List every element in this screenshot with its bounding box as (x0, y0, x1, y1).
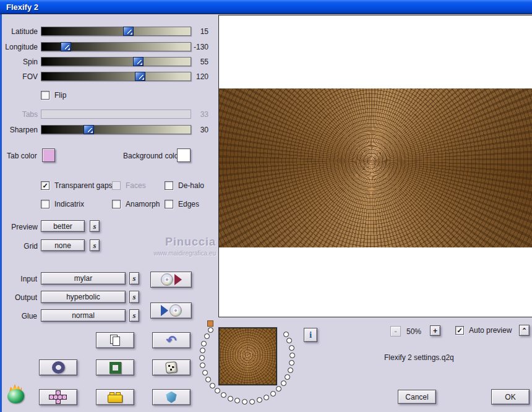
preview-cycle-button[interactable]: s (90, 220, 100, 232)
longitude-slider[interactable] (41, 42, 191, 51)
memory-dot[interactable] (202, 370, 208, 376)
zoom-in-button[interactable]: + (430, 325, 440, 336)
fov-slider[interactable] (41, 72, 191, 81)
tab-color-swatch[interactable] (42, 148, 55, 162)
auto-preview-checkbox-box[interactable]: ✓ (455, 326, 464, 335)
dice-icon (165, 361, 178, 374)
info-button[interactable]: i (304, 328, 317, 342)
memory-dot[interactable] (283, 332, 289, 337)
sharpen-slider[interactable] (41, 125, 191, 134)
cancel-button-label: Cancel (405, 393, 428, 401)
memory-dot[interactable] (257, 397, 262, 403)
preview-thumbnail[interactable] (218, 327, 277, 385)
memory-dot[interactable] (200, 348, 205, 353)
torus-mode-button[interactable] (39, 359, 77, 376)
input-cycle-button[interactable]: s (129, 272, 139, 285)
expand-button[interactable]: ^ (519, 325, 530, 336)
copy-pages-icon (110, 335, 121, 346)
tabs-label: Tabs (2, 110, 38, 119)
copy-settings-button[interactable] (96, 332, 134, 348)
ok-button[interactable]: OK (491, 389, 530, 405)
fov-slider-thumb[interactable] (135, 72, 145, 81)
memory-dot[interactable] (242, 399, 247, 405)
memory-dot[interactable] (285, 374, 290, 380)
grid-mode-label: Grid (2, 242, 38, 251)
grid-mode-dropdown[interactable]: none (41, 239, 85, 251)
watermark-name: Pinuccia (126, 236, 216, 249)
randomize-button[interactable] (152, 359, 191, 376)
glue-cycle-button[interactable]: s (129, 309, 139, 322)
memory-dot[interactable] (205, 377, 211, 382)
transparent-gaps-checkbox-box[interactable]: ✓ (41, 181, 49, 190)
memory-dot[interactable] (199, 355, 205, 361)
input-dropdown[interactable]: mylar (41, 272, 126, 285)
frame-mode-button[interactable] (96, 359, 134, 376)
grid-cycle-button[interactable]: s (90, 239, 100, 251)
longitude-slider-thumb[interactable] (61, 42, 71, 51)
memory-dot[interactable] (289, 360, 294, 366)
memory-dot[interactable] (221, 392, 226, 398)
undo-button[interactable]: ↶ (152, 332, 191, 348)
memory-dot[interactable] (228, 396, 233, 401)
flip-checkbox-box[interactable] (41, 91, 49, 100)
flexify-preview-image[interactable] (219, 88, 532, 247)
memory-dot[interactable] (288, 367, 293, 373)
sharpen-label: Sharpen (2, 126, 38, 134)
cube-net-button[interactable] (39, 389, 77, 405)
faces-checkbox: Faces (112, 181, 146, 190)
indicatrix-checkbox[interactable]: Indicatrix (41, 200, 84, 208)
flip-checkbox[interactable]: Flip (41, 91, 66, 100)
cube-net-icon (49, 390, 67, 404)
glue-dropdown[interactable]: normal (41, 309, 126, 322)
flip-checkbox-label: Flip (54, 91, 66, 100)
brick-mode-button[interactable] (96, 389, 134, 405)
memory-dot[interactable] (270, 391, 276, 397)
latitude-slider[interactable] (41, 27, 191, 36)
memory-dot[interactable] (286, 338, 292, 343)
memory-dot[interactable] (290, 353, 295, 358)
torus-icon (52, 361, 65, 374)
memory-dot[interactable] (264, 395, 269, 400)
latitude-slider-thumb[interactable] (123, 27, 134, 36)
output-value: hyperbolic (66, 293, 100, 301)
spin-slider[interactable] (41, 57, 191, 66)
indicatrix-checkbox-box[interactable] (41, 200, 49, 208)
input-value: mylar (74, 274, 92, 283)
minus-icon: - (395, 327, 397, 336)
memory-dot[interactable] (234, 398, 240, 403)
output-dropdown[interactable]: hyperbolic (41, 291, 126, 303)
background-color-swatch[interactable] (177, 148, 191, 162)
polyhedron-mode-button[interactable] (152, 389, 191, 405)
memory-dot[interactable] (276, 386, 281, 392)
flaming-pear-logo[interactable] (6, 384, 27, 404)
spin-slider-thumb[interactable] (133, 57, 144, 66)
anamorph-checkbox[interactable]: Anamorph (112, 200, 160, 208)
edges-checkbox[interactable]: Edges (165, 200, 199, 208)
title-bar[interactable]: Flexify 2 (0, 0, 532, 14)
preview-pane[interactable] (218, 15, 532, 317)
cancel-button[interactable]: Cancel (398, 390, 436, 404)
preview-mode-dropdown[interactable]: better (41, 220, 85, 232)
memory-dot[interactable] (200, 363, 205, 368)
memory-dot[interactable] (210, 383, 215, 388)
memory-dot[interactable] (215, 388, 220, 393)
sharpen-slider-thumb[interactable] (84, 125, 94, 134)
memory-dot[interactable] (204, 333, 210, 339)
dehalo-checkbox-box[interactable] (165, 181, 173, 190)
memory-dot[interactable] (208, 327, 213, 333)
load-settings-button[interactable] (150, 272, 192, 288)
auto-preview-checkbox-label: Auto preview (469, 326, 512, 335)
dehalo-checkbox[interactable]: De-halo (165, 181, 204, 190)
auto-preview-checkbox[interactable]: ✓ Auto preview (455, 326, 512, 335)
output-cycle-button[interactable]: s (129, 291, 139, 303)
memory-dot[interactable] (201, 341, 207, 346)
latitude-label: Latitude (2, 27, 38, 36)
save-settings-button[interactable] (150, 303, 192, 319)
cycle-icon: s (132, 311, 135, 320)
memory-dot[interactable] (249, 399, 255, 405)
transparent-gaps-checkbox[interactable]: ✓ Transparent gaps (41, 181, 113, 190)
anamorph-checkbox-box[interactable] (112, 200, 121, 208)
memory-dot[interactable] (281, 380, 286, 386)
memory-dot[interactable] (289, 345, 294, 351)
edges-checkbox-box[interactable] (165, 200, 173, 208)
